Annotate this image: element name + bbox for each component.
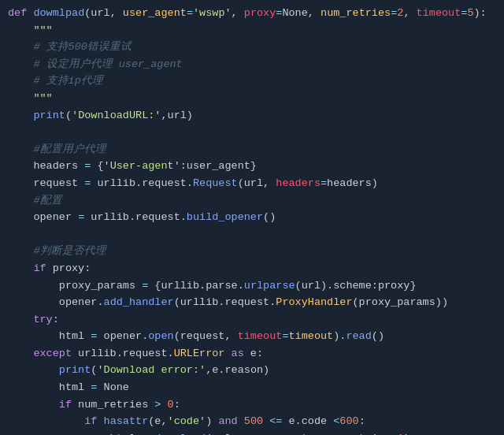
line-23: html = None	[8, 379, 496, 396]
line-16: if proxy:	[8, 260, 496, 277]
line-8	[8, 124, 496, 141]
line-9: #配置用户代理	[8, 141, 496, 158]
line-3: # 支持500错误重试	[8, 39, 496, 56]
line-18: opener.add_handler(urllib.request.ProxyH…	[8, 294, 496, 311]
line-25: if hasattr(e,'code') and 500 <= e.code <…	[8, 413, 496, 430]
line-2: """	[8, 22, 496, 39]
line-15: #判断是否代理	[8, 243, 496, 260]
line-7: print('DownloadURL:',url)	[8, 107, 496, 125]
line-26: html = dowmlpad(url, user_agent, num_ret…	[8, 430, 496, 435]
line-1: def dowmlpad(url, user_agent='wswp', pro…	[8, 5, 496, 22]
line-4: # 设定用户代理 user_agent	[8, 56, 496, 73]
line-12: #配置	[8, 192, 496, 210]
line-21: except urllib.request.URLError as e:	[8, 345, 496, 362]
line-10: headers = {'User-agent':user_agent}	[8, 158, 496, 175]
line-19: try:	[8, 311, 496, 329]
line-5: # 支持ip代理	[8, 72, 496, 90]
line-14	[8, 226, 496, 244]
line-22: print('Download error:',e.reason)	[8, 362, 496, 379]
line-20: html = opener.open(request, timeout=time…	[8, 328, 496, 345]
line-6: """	[8, 90, 496, 107]
line-13: opener = urllib.request.build_opener()	[8, 209, 496, 226]
line-11: request = urllib.request.Request(url, he…	[8, 175, 496, 192]
line-17: proxy_params = {urllib.parse.urlparse(ur…	[8, 277, 496, 295]
code-editor: def dowmlpad(url, user_agent='wswp', pro…	[0, 0, 504, 435]
line-24: if num_retries > 0:	[8, 396, 496, 414]
